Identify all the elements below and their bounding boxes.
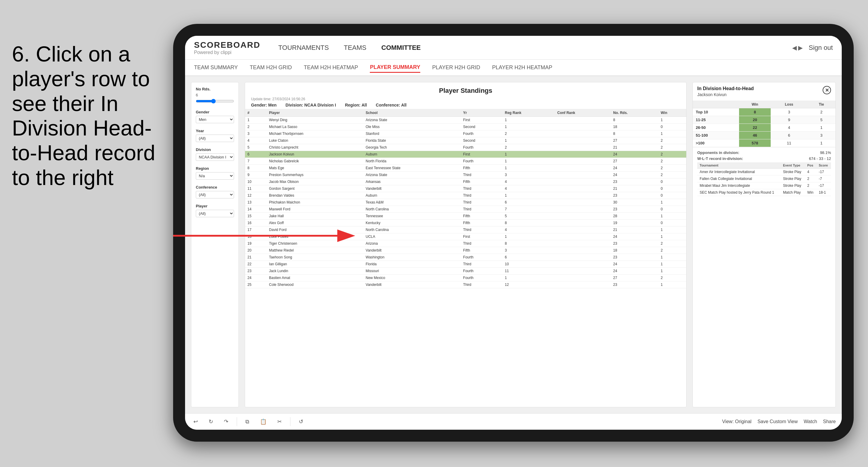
table-row[interactable]: 1 Wenyi Ding Arizona State First 1 8 1 [245,117,686,124]
no-rds-slider[interactable] [196,99,234,103]
col-pos: Pos [805,162,816,168]
cell-conf-rank [555,144,611,151]
nav-committee[interactable]: COMMITTEE [381,42,421,53]
player-select[interactable]: (All) [196,210,234,217]
cell-player: Brendan Valdes [267,192,363,199]
subnav-team-summary[interactable]: TEAM SUMMARY [194,63,238,72]
cell-player: Christo Lamprecht [267,144,363,151]
cell-player: Mats Ege [267,165,363,172]
cell-yr: Third [461,240,503,247]
division-select[interactable]: NCAA Division I [196,153,234,161]
cell-rank: 23 [245,268,267,275]
cell-yr: Third [461,192,503,199]
region-select[interactable]: N/a [196,172,234,180]
col-yr: Yr [461,109,503,117]
cell-rank: 3 [245,130,267,137]
table-row[interactable]: 22 Ian Gilligan Florida Third 10 24 1 [245,261,686,268]
paste-button[interactable]: 📋 [257,417,269,426]
table-row[interactable]: 21 Taehoon Song Washington Fourth 6 23 1 [245,254,686,261]
cell-rank: 18 [245,234,267,240]
cell-no-rds: 23 [611,254,658,261]
cell-school: Texas A&M [363,199,461,206]
watch-label[interactable]: Watch [804,419,817,424]
tablet-device: SCOREBOARD Powered by clippi TOURNAMENTS… [173,24,854,442]
cell-conf-rank [555,261,611,268]
table-row[interactable]: 7 Nicholas Gabrelcik North Florida Fourt… [245,158,686,165]
table-row[interactable]: 24 Bastien Amat New Mexico Fourth 1 27 2 [245,275,686,281]
cell-school: North Carolina [363,206,461,213]
table-row[interactable]: 4 Luke Claton Florida State Second 1 27 … [245,137,686,144]
year-select[interactable]: (All) [196,134,234,142]
conference-select[interactable]: (All) [196,191,234,198]
table-row[interactable]: 25 Cole Sherwood Vanderbilt Third 12 23 … [245,281,686,288]
gender-select[interactable]: Men [196,116,234,123]
cell-conf-rank [555,124,611,130]
table-row[interactable]: 20 Matthew Riedel Vanderbilt Fifth 3 18 … [245,247,686,254]
nav-tournaments[interactable]: TOURNAMENTS [278,42,329,53]
cut-button[interactable]: ✂ [275,417,284,426]
cell-win: 2 [658,275,686,281]
cell-rank: 1 [245,117,267,124]
division-display: Division: NCAA Division I [286,103,336,107]
view-original-label[interactable]: View: Original [722,419,751,424]
table-row[interactable]: 9 Preston Summerhays Arizona State Third… [245,172,686,179]
conference-display: Conference: All [376,103,407,107]
cell-conf-rank [555,281,611,288]
h2h-title: In Division Head-to-Head [697,86,754,91]
nav-teams[interactable]: TEAMS [344,42,367,53]
table-row[interactable]: 23 Jack Lundin Missouri Fourth 11 24 1 [245,268,686,275]
h2h-row: 11-25 20 9 5 [693,116,835,124]
table-row[interactable]: 17 David Ford North Carolina Third 4 21 … [245,226,686,234]
cell-player: David Ford [267,226,363,234]
cell-win: 1 [658,234,686,240]
subnav-player-summary[interactable]: PLAYER SUMMARY [370,63,420,73]
filter-panel: No Rds. 6 Gender Men Year (All) [191,82,239,407]
cell-no-rds: 24 [611,261,658,268]
redo-button-1[interactable]: ↻ [206,417,216,426]
table-row[interactable]: 5 Christo Lamprecht Georgia Tech Fourth … [245,144,686,151]
subnav-team-h2h-heatmap[interactable]: TEAM H2H HEATMAP [304,63,358,72]
subnav-team-h2h-grid[interactable]: TEAM H2H GRID [250,63,292,72]
cell-player: Michael Thorbjornsen [267,130,363,137]
save-custom-label[interactable]: Save Custom View [757,419,798,424]
table-row[interactable]: 12 Brendan Valdes Auburn Third 1 23 0 [245,192,686,199]
cell-reg-rank: 1 [502,158,555,165]
table-row[interactable]: 11 Gordon Sargent Vanderbilt Third 4 21 … [245,185,686,192]
table-row[interactable]: 2 Michael La Sasso Ole Miss Second 1 18 … [245,124,686,130]
subnav-player-h2h-grid[interactable]: PLAYER H2H GRID [432,63,480,72]
subnav-player-h2h-heatmap[interactable]: PLAYER H2H HEATMAP [492,63,552,72]
table-row[interactable]: 13 Phichaksn Maichon Texas A&M Third 6 3… [245,199,686,206]
tourney-score: -7 [816,176,831,182]
col-reg-rank: Reg Rank [502,109,555,117]
table-row[interactable]: 8 Mats Ege East Tennessee State Fifth 1 … [245,165,686,172]
h2h-title-area: In Division Head-to-Head Jackson Koivun [697,86,754,97]
cell-yr: Fifth [461,220,503,226]
table-row[interactable]: 19 Tiger Christensen Arizona Third 8 23 … [245,240,686,247]
close-button[interactable]: ✕ [823,86,831,94]
cell-reg-rank: 1 [502,124,555,130]
h2h-row: 26-50 22 4 1 [693,124,835,132]
cell-yr: Fourth [461,254,503,261]
sign-out-link[interactable]: Sign out [809,42,833,53]
table-row[interactable]: 14 Maxwell Ford North Carolina Third 7 2… [245,206,686,213]
cell-win: 0 [658,124,686,130]
toolbar-right: View: Original Save Custom View Watch Sh… [722,419,836,424]
table-row[interactable]: 18 Luke Powell UCLA First 1 24 1 [245,234,686,240]
share-label[interactable]: Share [823,419,836,424]
cell-no-rds: 21 [611,226,658,234]
gender-display: Gender: Men [251,103,277,107]
table-row[interactable]: 6 Jackson Koivun Auburn First 1 24 2 [245,151,686,158]
cell-school: North Florida [363,158,461,165]
copy-button[interactable]: ⧉ [243,417,252,426]
undo-button[interactable]: ↩ [191,417,200,426]
table-row[interactable]: 15 Jake Hall Tennessee Fifth 5 28 1 [245,213,686,220]
gender-label: Gender [196,110,234,114]
h2h-col-cat [693,101,739,108]
table-row[interactable]: 10 Jacob Max Obison Arkansas Fifth 4 23 … [245,179,686,185]
filter-gender: Gender Men [196,110,234,123]
redo-button-2[interactable]: ↷ [221,417,231,426]
table-row[interactable]: 3 Michael Thorbjornsen Stanford Fourth 2… [245,130,686,137]
refresh-button[interactable]: ↺ [297,417,306,426]
table-row[interactable]: 16 Alex Goff Kentucky Fifth 8 19 0 [245,220,686,226]
h2h-loss: 3 [771,108,807,116]
